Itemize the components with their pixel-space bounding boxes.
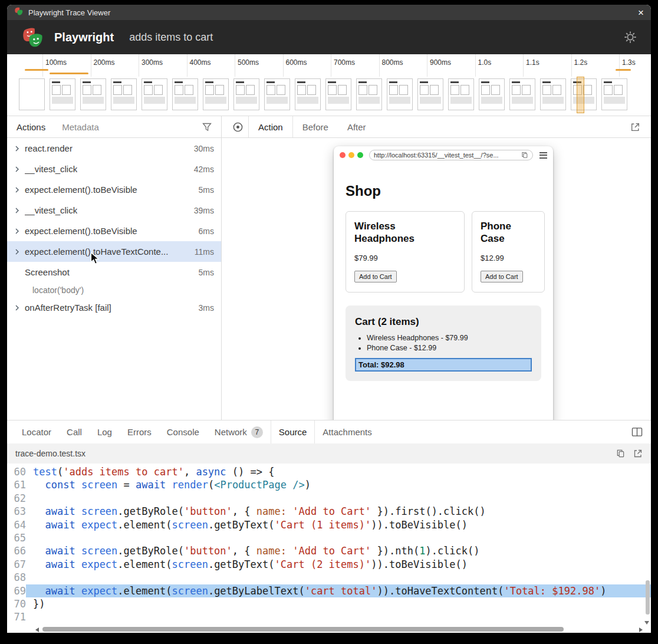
horizontal-scrollbar[interactable]: [7, 626, 651, 633]
source-code-view[interactable]: 60test('adds items to cart', async () =>…: [7, 464, 651, 626]
action-item[interactable]: react.render30ms: [7, 138, 221, 159]
filmstrip-thumbnail[interactable]: [417, 78, 443, 110]
copy-source-icon[interactable]: [616, 449, 625, 458]
scroll-left-arrow-icon[interactable]: [35, 627, 39, 632]
filmstrip: [19, 78, 627, 110]
snapshot-area: http://localhost:63315/__vitest_test__/?…: [222, 138, 651, 420]
filmstrip-thumbnail[interactable]: [80, 78, 106, 110]
timeline-label: 200ms: [94, 58, 115, 67]
timeline-duration-bar: [50, 73, 88, 74]
action-item[interactable]: Screenshot5ms: [7, 262, 221, 282]
action-label: Screenshot: [25, 267, 70, 277]
tab-attachments[interactable]: Attachments: [315, 420, 379, 443]
line-number: 63: [7, 505, 26, 518]
tab-errors[interactable]: Errors: [120, 420, 159, 443]
line-number: 70: [7, 597, 26, 610]
action-item[interactable]: expect.element().toBeVisible5ms: [7, 179, 221, 200]
tab-network[interactable]: Network7: [207, 420, 271, 443]
tab-before[interactable]: Before: [293, 116, 338, 137]
chevron-right-icon: [12, 305, 22, 311]
tab-metadata[interactable]: Metadata: [62, 122, 99, 132]
filmstrip-thumbnail[interactable]: [509, 78, 535, 110]
copy-url-icon[interactable]: [521, 152, 528, 159]
chevron-right-icon: [12, 249, 22, 255]
line-number: 62: [7, 492, 26, 505]
code-line: 68: [7, 571, 651, 584]
pick-locator-icon[interactable]: [232, 121, 244, 133]
filmstrip-thumbnail[interactable]: [479, 78, 505, 110]
traffic-light-maximize-icon: [357, 152, 363, 158]
product-card: Phone Case$12.99Add to Cart: [472, 211, 545, 293]
timeline-label: 500ms: [238, 58, 259, 67]
source-file-bar: trace-demo.test.tsx: [7, 443, 651, 464]
timeline-label: 600ms: [286, 58, 307, 67]
menu-icon[interactable]: [539, 152, 547, 159]
filmstrip-thumbnail[interactable]: [203, 78, 229, 110]
scroll-down-arrow-icon[interactable]: [644, 621, 649, 625]
tab-action[interactable]: Action: [248, 116, 293, 137]
vertical-scrollbar-thumb[interactable]: [646, 580, 650, 615]
code-line: 69 await expect.element(screen.getByLabe…: [7, 584, 651, 597]
tab-console[interactable]: Console: [159, 420, 207, 443]
filmstrip-thumbnail[interactable]: [356, 78, 382, 110]
code-line: 65: [7, 531, 651, 544]
filmstrip-thumbnail[interactable]: [50, 78, 75, 110]
product-list: Wireless Headphones$79.99Add to CartPhon…: [346, 211, 541, 293]
open-source-external-icon[interactable]: [633, 449, 643, 458]
filmstrip-thumbnail[interactable]: [387, 78, 413, 110]
timeline-tick: [139, 54, 139, 77]
code-line: 61 const screen = await render(<ProductP…: [7, 478, 651, 491]
tab-source[interactable]: Source: [271, 420, 315, 443]
timeline-tick: [235, 54, 235, 77]
action-duration: 3ms: [194, 303, 214, 313]
add-to-cart-button[interactable]: Add to Cart: [481, 271, 523, 282]
filmstrip-thumbnail[interactable]: [111, 78, 137, 110]
filmstrip-thumbnail[interactable]: [19, 78, 45, 110]
line-number: 68: [7, 571, 26, 584]
filmstrip-thumbnail[interactable]: [233, 78, 259, 110]
timeline[interactable]: 100ms200ms300ms400ms500ms600ms700ms800ms…: [7, 54, 651, 116]
snapshot-tab-strip: ActionBeforeAfter: [222, 116, 651, 138]
filmstrip-thumbnail[interactable]: [264, 78, 290, 110]
actions-tab-strip: ActionsMetadata: [7, 116, 221, 138]
action-duration: 5ms: [194, 185, 214, 195]
filmstrip-thumbnail[interactable]: [325, 78, 351, 110]
scroll-right-arrow-icon[interactable]: [639, 627, 643, 632]
close-icon[interactable]: ×: [638, 8, 644, 18]
split-view-icon[interactable]: [631, 427, 643, 437]
add-to-cart-button[interactable]: Add to Cart: [354, 271, 397, 282]
line-number: 65: [7, 531, 26, 544]
tab-log[interactable]: Log: [90, 420, 120, 443]
open-snapshot-external-icon[interactable]: [630, 122, 640, 132]
action-label: expect.element().toBeVisible: [25, 185, 137, 195]
action-item[interactable]: __vitest_click42ms: [7, 159, 221, 179]
tab-after[interactable]: After: [338, 116, 376, 137]
cart-title: Cart (2 items): [355, 316, 532, 328]
filmstrip-thumbnail[interactable]: [540, 78, 566, 110]
action-duration: 30ms: [189, 144, 214, 153]
timeline-label: 1.2s: [574, 58, 588, 67]
filmstrip-thumbnail[interactable]: [172, 78, 198, 110]
filmstrip-thumbnail[interactable]: [142, 78, 167, 110]
playwright-masks-icon: [14, 6, 24, 18]
filter-icon[interactable]: [202, 123, 212, 132]
action-item[interactable]: expect.element().toBeVisible6ms: [7, 221, 221, 241]
chevron-right-icon: [12, 166, 22, 172]
action-item[interactable]: expect.element().toHaveTextConte...11ms: [7, 241, 221, 262]
horizontal-scrollbar-thumb[interactable]: [42, 627, 564, 632]
filmstrip-thumbnail[interactable]: [448, 78, 474, 110]
code-line: 71: [7, 610, 651, 623]
action-item[interactable]: __vitest_click39ms: [7, 200, 221, 221]
tab-call[interactable]: Call: [59, 420, 90, 443]
playwright-logo: [21, 25, 45, 49]
action-item[interactable]: onAfterRetryTask [fail]3ms: [7, 297, 221, 318]
code-line: 66 await screen.getByRole('button', { na…: [7, 544, 651, 557]
tab-actions[interactable]: Actions: [17, 122, 45, 132]
filmstrip-thumbnail[interactable]: [601, 78, 627, 110]
settings-gear-icon[interactable]: [624, 31, 637, 44]
tab-locator[interactable]: Locator: [14, 420, 59, 443]
line-number: 61: [7, 478, 26, 491]
code-line: 64 await expect.element(screen.getByText…: [7, 518, 651, 531]
action-duration: 42ms: [189, 165, 214, 174]
filmstrip-thumbnail[interactable]: [295, 78, 321, 110]
